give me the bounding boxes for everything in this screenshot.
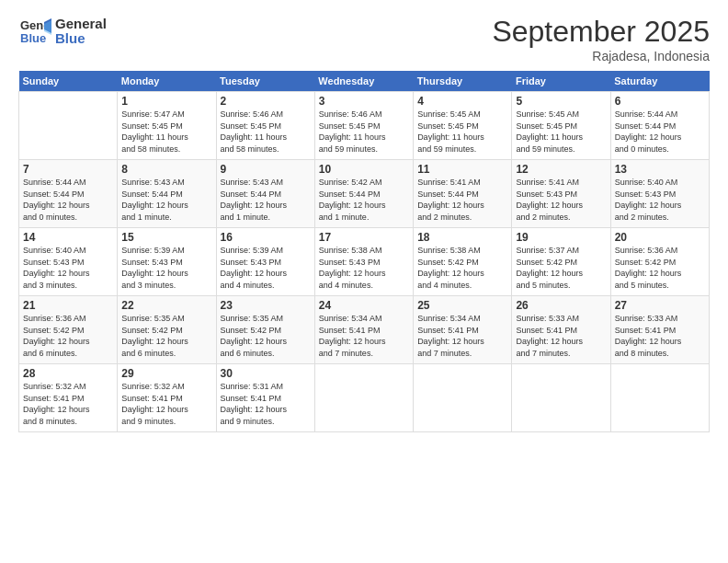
calendar-cell: 2Sunrise: 5:46 AM Sunset: 5:45 PM Daylig…: [216, 92, 314, 160]
calendar-cell: 30Sunrise: 5:31 AM Sunset: 5:41 PM Dayli…: [216, 364, 314, 432]
calendar-cell: 9Sunrise: 5:43 AM Sunset: 5:44 PM Daylig…: [216, 160, 314, 228]
day-info: Sunrise: 5:34 AM Sunset: 5:41 PM Dayligh…: [417, 313, 507, 359]
calendar-cell: 7Sunrise: 5:44 AM Sunset: 5:44 PM Daylig…: [19, 160, 118, 228]
day-number: 24: [319, 299, 409, 312]
day-info: Sunrise: 5:43 AM Sunset: 5:44 PM Dayligh…: [121, 177, 211, 223]
calendar-cell: 12Sunrise: 5:41 AM Sunset: 5:43 PM Dayli…: [512, 160, 610, 228]
svg-text:Blue: Blue: [20, 31, 46, 45]
calendar-cell: 14Sunrise: 5:40 AM Sunset: 5:43 PM Dayli…: [19, 228, 118, 296]
day-number: 20: [615, 231, 705, 244]
month-title: September 2025: [492, 15, 710, 49]
day-info: Sunrise: 5:32 AM Sunset: 5:41 PM Dayligh…: [121, 381, 211, 427]
calendar-cell: 16Sunrise: 5:39 AM Sunset: 5:43 PM Dayli…: [216, 228, 314, 296]
day-number: 5: [516, 95, 606, 108]
calendar-cell: 25Sunrise: 5:34 AM Sunset: 5:41 PM Dayli…: [414, 296, 512, 364]
col-header-tuesday: Tuesday: [216, 71, 314, 92]
day-number: 22: [121, 299, 211, 312]
calendar-cell: 4Sunrise: 5:45 AM Sunset: 5:45 PM Daylig…: [414, 92, 512, 160]
day-number: 13: [615, 163, 705, 176]
day-number: 2: [221, 95, 311, 108]
calendar-cell: 26Sunrise: 5:33 AM Sunset: 5:41 PM Dayli…: [512, 296, 610, 364]
day-number: 18: [417, 231, 507, 244]
calendar-cell: [512, 364, 610, 432]
col-header-wednesday: Wednesday: [314, 71, 413, 92]
day-info: Sunrise: 5:46 AM Sunset: 5:45 PM Dayligh…: [319, 109, 409, 155]
col-header-friday: Friday: [512, 71, 610, 92]
day-number: 3: [319, 95, 409, 108]
calendar-cell: 23Sunrise: 5:35 AM Sunset: 5:42 PM Dayli…: [216, 296, 314, 364]
col-header-sunday: Sunday: [19, 71, 118, 92]
day-info: Sunrise: 5:47 AM Sunset: 5:45 PM Dayligh…: [121, 109, 211, 155]
day-info: Sunrise: 5:38 AM Sunset: 5:42 PM Dayligh…: [417, 245, 507, 291]
day-info: Sunrise: 5:41 AM Sunset: 5:43 PM Dayligh…: [516, 177, 606, 223]
day-number: 16: [221, 231, 311, 244]
calendar-cell: 28Sunrise: 5:32 AM Sunset: 5:41 PM Dayli…: [19, 364, 118, 432]
header: General Blue General Blue September 2025…: [18, 15, 710, 63]
day-number: 23: [221, 299, 311, 312]
calendar-cell: 20Sunrise: 5:36 AM Sunset: 5:42 PM Dayli…: [610, 228, 709, 296]
calendar-cell: 3Sunrise: 5:46 AM Sunset: 5:45 PM Daylig…: [314, 92, 413, 160]
logo: General Blue General Blue: [18, 15, 107, 48]
calendar-table: SundayMondayTuesdayWednesdayThursdayFrid…: [18, 71, 710, 432]
logo-icon: General Blue: [18, 15, 51, 48]
calendar-cell: 19Sunrise: 5:37 AM Sunset: 5:42 PM Dayli…: [512, 228, 610, 296]
day-info: Sunrise: 5:42 AM Sunset: 5:44 PM Dayligh…: [319, 177, 409, 223]
calendar-cell: 1Sunrise: 5:47 AM Sunset: 5:45 PM Daylig…: [118, 92, 216, 160]
calendar-cell: 24Sunrise: 5:34 AM Sunset: 5:41 PM Dayli…: [314, 296, 413, 364]
day-number: 30: [221, 367, 311, 380]
calendar-page: General Blue General Blue September 2025…: [0, 0, 728, 563]
day-number: 17: [319, 231, 409, 244]
day-number: 28: [23, 367, 113, 380]
week-row-1: 1Sunrise: 5:47 AM Sunset: 5:45 PM Daylig…: [19, 92, 710, 160]
day-number: 26: [516, 299, 606, 312]
day-info: Sunrise: 5:31 AM Sunset: 5:41 PM Dayligh…: [221, 381, 311, 427]
day-info: Sunrise: 5:36 AM Sunset: 5:42 PM Dayligh…: [615, 245, 705, 291]
day-info: Sunrise: 5:35 AM Sunset: 5:42 PM Dayligh…: [121, 313, 211, 359]
calendar-cell: 17Sunrise: 5:38 AM Sunset: 5:43 PM Dayli…: [314, 228, 413, 296]
calendar-cell: 22Sunrise: 5:35 AM Sunset: 5:42 PM Dayli…: [118, 296, 216, 364]
logo-line1: General: [55, 17, 107, 32]
week-row-3: 14Sunrise: 5:40 AM Sunset: 5:43 PM Dayli…: [19, 228, 710, 296]
calendar-cell: 5Sunrise: 5:45 AM Sunset: 5:45 PM Daylig…: [512, 92, 610, 160]
calendar-cell: 27Sunrise: 5:33 AM Sunset: 5:41 PM Dayli…: [610, 296, 709, 364]
logo-line2: Blue: [55, 31, 107, 47]
week-row-5: 28Sunrise: 5:32 AM Sunset: 5:41 PM Dayli…: [19, 364, 710, 432]
day-number: 25: [417, 299, 507, 312]
day-number: 19: [516, 231, 606, 244]
day-info: Sunrise: 5:43 AM Sunset: 5:44 PM Dayligh…: [221, 177, 311, 223]
day-number: 9: [221, 163, 311, 176]
day-info: Sunrise: 5:40 AM Sunset: 5:43 PM Dayligh…: [23, 245, 113, 291]
day-info: Sunrise: 5:44 AM Sunset: 5:44 PM Dayligh…: [23, 177, 113, 223]
calendar-cell: 10Sunrise: 5:42 AM Sunset: 5:44 PM Dayli…: [314, 160, 413, 228]
day-info: Sunrise: 5:35 AM Sunset: 5:42 PM Dayligh…: [221, 313, 311, 359]
day-number: 21: [23, 299, 113, 312]
day-info: Sunrise: 5:44 AM Sunset: 5:44 PM Dayligh…: [615, 109, 705, 155]
day-number: 15: [121, 231, 211, 244]
day-info: Sunrise: 5:45 AM Sunset: 5:45 PM Dayligh…: [516, 109, 606, 155]
day-number: 10: [319, 163, 409, 176]
calendar-cell: 15Sunrise: 5:39 AM Sunset: 5:43 PM Dayli…: [118, 228, 216, 296]
calendar-cell: [610, 364, 709, 432]
day-info: Sunrise: 5:41 AM Sunset: 5:44 PM Dayligh…: [417, 177, 507, 223]
day-number: 8: [121, 163, 211, 176]
calendar-cell: [19, 92, 118, 160]
day-number: 11: [417, 163, 507, 176]
calendar-cell: [414, 364, 512, 432]
week-row-4: 21Sunrise: 5:36 AM Sunset: 5:42 PM Dayli…: [19, 296, 710, 364]
calendar-cell: 6Sunrise: 5:44 AM Sunset: 5:44 PM Daylig…: [610, 92, 709, 160]
day-number: 4: [417, 95, 507, 108]
day-number: 14: [23, 231, 113, 244]
title-block: September 2025 Rajadesa, Indonesia: [492, 15, 710, 63]
day-info: Sunrise: 5:34 AM Sunset: 5:41 PM Dayligh…: [319, 313, 409, 359]
day-number: 29: [121, 367, 211, 380]
calendar-cell: 21Sunrise: 5:36 AM Sunset: 5:42 PM Dayli…: [19, 296, 118, 364]
day-info: Sunrise: 5:40 AM Sunset: 5:43 PM Dayligh…: [615, 177, 705, 223]
calendar-cell: 8Sunrise: 5:43 AM Sunset: 5:44 PM Daylig…: [118, 160, 216, 228]
day-info: Sunrise: 5:37 AM Sunset: 5:42 PM Dayligh…: [516, 245, 606, 291]
day-info: Sunrise: 5:32 AM Sunset: 5:41 PM Dayligh…: [23, 381, 113, 427]
day-info: Sunrise: 5:33 AM Sunset: 5:41 PM Dayligh…: [615, 313, 705, 359]
calendar-cell: 11Sunrise: 5:41 AM Sunset: 5:44 PM Dayli…: [414, 160, 512, 228]
col-header-saturday: Saturday: [610, 71, 709, 92]
day-number: 6: [615, 95, 705, 108]
day-info: Sunrise: 5:39 AM Sunset: 5:43 PM Dayligh…: [121, 245, 211, 291]
